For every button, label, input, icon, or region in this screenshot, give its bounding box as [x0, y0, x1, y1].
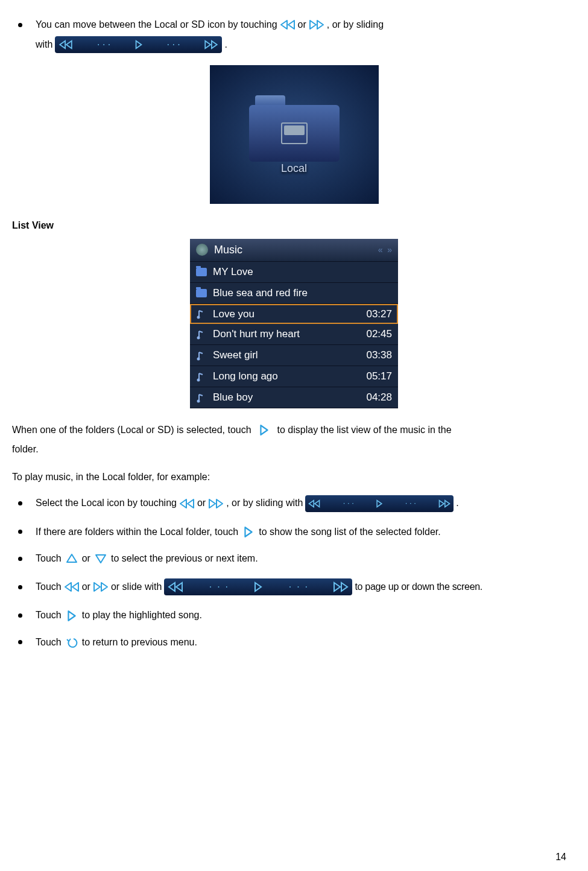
folder-view-screenshot: Local [210, 65, 379, 204]
down-triangle-icon [93, 553, 109, 565]
svg-point-0 [197, 316, 200, 319]
list-item: Blue boy04:28 [190, 387, 398, 408]
item-duration: 05:17 [366, 369, 392, 384]
bullet-marker [18, 557, 22, 561]
page-number: 14 [555, 850, 566, 864]
list-view-heading: List View [12, 219, 576, 232]
music-note-icon [196, 393, 207, 402]
bullet-marker [18, 613, 22, 618]
item-name: Long long ago [213, 369, 278, 384]
header-title: Music [214, 242, 242, 258]
text: If there are folders within the Local fo… [36, 525, 238, 539]
bullet-marker [18, 501, 22, 505]
svg-point-3 [197, 378, 200, 381]
music-note-icon [196, 351, 207, 359]
text: folder. [12, 444, 39, 454]
text: or [82, 580, 90, 594]
text: You can move between the Local or SD ico… [36, 18, 277, 31]
text: Select the Local icon by touching [36, 496, 177, 510]
list-item: Blue sea and red fire [190, 283, 398, 304]
rewind-icon [179, 498, 195, 510]
return-icon [64, 636, 80, 648]
text: or slide with [111, 580, 162, 594]
music-note-icon [196, 372, 207, 381]
bullet-continuation: with · · · · · · . [36, 36, 576, 53]
item-name: Sweet girl [213, 348, 258, 363]
item-name: Don't hurt my heart [213, 327, 300, 341]
item-duration: 02:45 [366, 327, 392, 341]
bullet-item: Touch to play the highlighted song. [12, 609, 576, 622]
local-folder-icon: Local [249, 95, 340, 174]
text: , or by sliding with [226, 496, 303, 510]
folder-label: Local [249, 161, 340, 176]
item-name: Love you [213, 307, 254, 321]
slider-bar-icon: · · · · · · [164, 578, 352, 595]
bullet-marker [18, 23, 22, 27]
text: to display the list view of the music in… [277, 425, 452, 435]
paragraph: To play music, in the Local folder, for … [12, 467, 576, 487]
text: or [82, 552, 90, 565]
bullet-item: Select the Local icon by touching or , o… [12, 495, 576, 512]
play-icon [241, 526, 256, 538]
text: to play the highlighted song. [82, 609, 202, 622]
music-note-icon [196, 330, 207, 338]
text: When one of the folders (Local or SD) is… [12, 425, 251, 435]
svg-point-1 [197, 337, 200, 340]
rewind-icon [280, 19, 296, 31]
text: Touch [36, 580, 62, 594]
fast-forward-icon [93, 581, 109, 593]
svg-point-4 [197, 399, 200, 402]
text: . [224, 38, 227, 51]
rewind-icon [64, 581, 80, 593]
bullet-marker [18, 640, 22, 644]
text: with [36, 38, 52, 51]
text: to show the song list of the selected fo… [259, 525, 441, 539]
up-triangle-icon [64, 553, 80, 565]
text: Touch [36, 552, 62, 565]
bullet-item: If there are folders within the Local fo… [12, 525, 576, 539]
text: or [298, 18, 306, 31]
bullet-marker [18, 585, 22, 589]
text: , or by sliding [327, 18, 384, 31]
nav-arrows-icon: « » [378, 244, 392, 256]
text: . [456, 496, 458, 510]
bullet-item: Touch to return to previous menu. [12, 636, 576, 649]
folder-icon [196, 289, 207, 297]
slider-bar-icon: · · · · · · [305, 495, 454, 512]
list-item: Don't hurt my heart02:45 [190, 324, 398, 345]
item-duration: 03:27 [366, 307, 392, 321]
item-name: MY Love [213, 265, 253, 279]
paragraph: When one of the folders (Local or SD) is… [12, 420, 576, 459]
text: to select the previous or next item. [111, 552, 258, 565]
text: to page up or down the screen. [355, 580, 482, 594]
speaker-icon [196, 244, 208, 256]
list-item: Love you03:27 [190, 304, 398, 325]
item-duration: 03:38 [366, 348, 392, 363]
bullet-item: Touch or to select the previous or next … [12, 552, 576, 565]
svg-point-2 [197, 358, 200, 361]
text: Touch [36, 636, 62, 649]
bullet-item: You can move between the Local or SD ico… [12, 18, 576, 31]
music-note-icon [196, 309, 207, 318]
list-item: MY Love [190, 262, 398, 283]
list-item: Long long ago05:17 [190, 366, 398, 387]
text: Touch [36, 609, 62, 622]
text: or [197, 496, 206, 510]
music-list-header: Music « » [190, 239, 398, 262]
bullet-marker [18, 530, 22, 534]
text: to return to previous menu. [82, 636, 197, 649]
item-duration: 04:28 [366, 390, 392, 405]
item-name: Blue boy [213, 390, 253, 405]
item-name: Blue sea and red fire [213, 286, 308, 300]
fast-forward-icon [309, 19, 324, 31]
slider-bar-icon: · · · · · · [55, 36, 222, 53]
music-list-screenshot: Music « » MY LoveBlue sea and red fireLo… [190, 239, 398, 408]
bullet-item: Touch or or slide with · · · · · · to pa… [12, 578, 576, 595]
list-item: Sweet girl03:38 [190, 345, 398, 366]
fast-forward-icon [208, 498, 224, 510]
folder-icon [196, 268, 207, 276]
play-icon [64, 610, 80, 622]
play-icon [256, 424, 272, 436]
